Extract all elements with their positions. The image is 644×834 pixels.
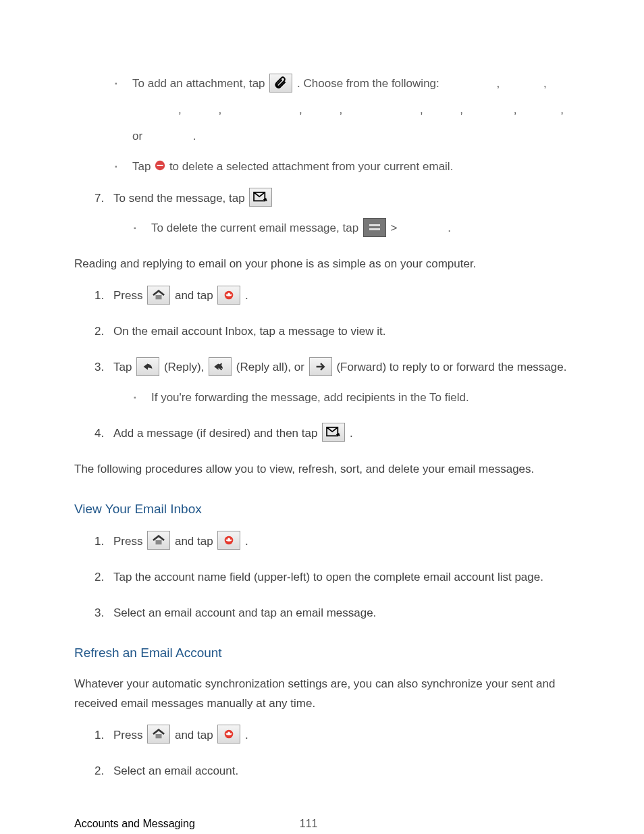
page-footer: Accounts and Messaging 111 bbox=[74, 814, 570, 833]
step-number: 7. bbox=[95, 189, 104, 209]
reply-all-label: (Reply all), or bbox=[236, 361, 308, 373]
svg-point-11 bbox=[228, 538, 231, 541]
step-number: 4. bbox=[95, 424, 104, 444]
comma: , bbox=[514, 103, 517, 116]
step-number: 2. bbox=[95, 568, 104, 588]
comma: , bbox=[178, 103, 182, 116]
comma: , bbox=[420, 103, 423, 116]
comma: , bbox=[218, 103, 221, 116]
svg-rect-4 bbox=[369, 228, 380, 230]
delete-current-text-2: > bbox=[391, 221, 398, 234]
comma: , bbox=[460, 103, 463, 116]
step-7-sub: To delete the current email message, tap… bbox=[113, 219, 570, 238]
menu-icon bbox=[363, 218, 386, 237]
delete-current-email-bullet: To delete the current email message, tap… bbox=[134, 219, 570, 238]
press-text: Press bbox=[113, 289, 146, 302]
refresh-step-2-text: Select an email account. bbox=[113, 764, 238, 777]
minus-circle-icon bbox=[154, 159, 166, 172]
step-number: 1. bbox=[95, 286, 104, 306]
step-7: 7. To send the message, tap To delete th… bbox=[95, 189, 570, 239]
svg-rect-3 bbox=[369, 224, 380, 226]
svg-point-7 bbox=[228, 292, 231, 295]
view-step-2: 2. Tap the account name field (upper-lef… bbox=[95, 568, 570, 588]
comma: , bbox=[497, 77, 500, 90]
step-number: 3. bbox=[95, 358, 104, 377]
delete-attachment-text-1: Tap bbox=[132, 160, 154, 173]
footer-page-number: 111 bbox=[300, 814, 318, 833]
forwarding-note: If you're forwarding the message, add re… bbox=[134, 388, 570, 408]
attachment-bullets: To add an attachment, tap . Choose from … bbox=[74, 74, 570, 177]
email-app-icon bbox=[217, 286, 240, 305]
read-step-4: 4. Add a message (if desired) and then t… bbox=[95, 424, 570, 444]
forward-label: (Forward) to reply to or forward the mes… bbox=[336, 361, 566, 373]
send-envelope-icon bbox=[322, 423, 345, 442]
email-app-icon bbox=[217, 725, 240, 744]
svg-rect-9 bbox=[156, 540, 162, 544]
or-text: or bbox=[132, 130, 142, 142]
comma: , bbox=[560, 103, 564, 116]
view-inbox-heading: View Your Email Inbox bbox=[74, 498, 570, 520]
refresh-step-1: 1. Press and tap . bbox=[95, 726, 570, 746]
svg-rect-1 bbox=[157, 165, 163, 166]
home-icon bbox=[147, 286, 170, 305]
send-message-text: To send the message, tap bbox=[113, 192, 248, 205]
and-tap-text: and tap bbox=[175, 729, 216, 741]
view-step-3: 3. Select an email account and tap an em… bbox=[95, 604, 570, 623]
add-attachment-text-2: . Choose from the following: bbox=[297, 77, 439, 90]
delete-attachment-text-2: to delete a selected attachment from you… bbox=[169, 160, 453, 173]
forward-icon bbox=[309, 357, 332, 376]
step-number: 1. bbox=[95, 726, 104, 746]
step-number: 1. bbox=[95, 532, 104, 552]
delete-current-text-1: To delete the current email message, tap bbox=[151, 221, 362, 234]
comma: , bbox=[543, 77, 547, 90]
reply-all-icon bbox=[209, 357, 232, 376]
inbox-tap-text: On the email account Inbox, tap a messag… bbox=[113, 325, 386, 338]
step-number: 2. bbox=[95, 322, 104, 342]
read-step-3-sub: If you're forwarding the message, add re… bbox=[113, 388, 570, 408]
refresh-step-2: 2. Select an email account. bbox=[95, 762, 570, 781]
send-envelope-icon bbox=[249, 188, 272, 207]
and-tap-text: and tap bbox=[175, 289, 216, 302]
view-step-1: 1. Press and tap . bbox=[95, 532, 570, 552]
view-step-2-text: Tap the account name field (upper-left) … bbox=[113, 571, 543, 583]
step-number: 2. bbox=[95, 762, 104, 781]
add-attachment-text-1: To add an attachment, tap bbox=[132, 77, 268, 90]
svg-rect-5 bbox=[156, 295, 162, 299]
refresh-heading: Refresh an Email Account bbox=[74, 642, 570, 664]
home-icon bbox=[147, 725, 170, 744]
read-step-2: 2. On the email account Inbox, tap a mes… bbox=[95, 322, 570, 342]
view-inbox-steps: 1. Press and tap . 2. Tap the account na… bbox=[74, 532, 570, 623]
paperclip-icon bbox=[269, 74, 292, 93]
read-step-3: 3. Tap (Reply), (Reply all), or (Forward… bbox=[95, 358, 570, 408]
read-reply-steps: 1. Press and tap . 2. On the email accou… bbox=[74, 286, 570, 443]
home-icon bbox=[147, 531, 170, 550]
step-number: 3. bbox=[95, 604, 104, 623]
read-step-1: 1. Press and tap . bbox=[95, 286, 570, 306]
procedures-paragraph: The following procedures allow you to vi… bbox=[74, 460, 570, 479]
comma: , bbox=[299, 103, 302, 116]
press-text: Press bbox=[113, 729, 146, 741]
svg-point-14 bbox=[228, 732, 231, 735]
comma: , bbox=[339, 103, 342, 116]
and-tap-text: and tap bbox=[175, 535, 216, 548]
email-app-icon bbox=[217, 531, 240, 550]
add-message-text: Add a message (if desired) and then tap bbox=[113, 427, 321, 440]
compose-steps-continued: 7. To send the message, tap To delete th… bbox=[74, 189, 570, 239]
press-text: Press bbox=[113, 535, 146, 548]
view-step-3-text: Select an email account and tap an email… bbox=[113, 606, 376, 619]
reply-label: (Reply), bbox=[164, 361, 207, 373]
refresh-paragraph: Whatever your automatic synchronization … bbox=[74, 675, 570, 714]
svg-rect-12 bbox=[156, 734, 162, 738]
refresh-steps: 1. Press and tap . 2. Select an email ac… bbox=[74, 726, 570, 781]
footer-section-title: Accounts and Messaging bbox=[74, 814, 195, 833]
reply-icon bbox=[136, 357, 159, 376]
tap-text: Tap bbox=[113, 361, 135, 373]
delete-attachment-bullet: Tap to delete a selected attachment from… bbox=[115, 157, 570, 177]
reading-paragraph: Reading and replying to email on your ph… bbox=[74, 255, 570, 274]
add-attachment-bullet: To add an attachment, tap . Choose from … bbox=[115, 74, 570, 147]
